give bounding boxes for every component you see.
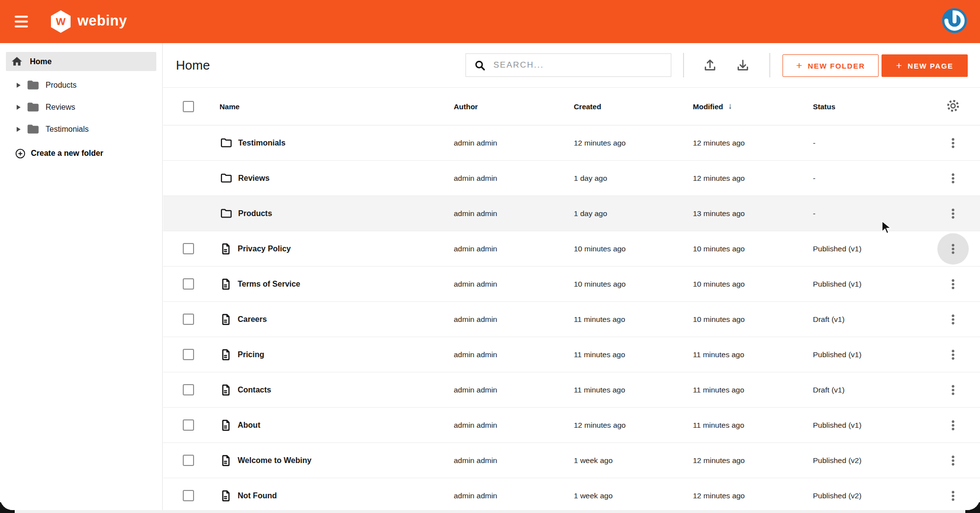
upload-icon — [702, 57, 718, 73]
new-folder-label: NEW FOLDER — [808, 62, 865, 70]
row-status: Draft (v1) — [813, 315, 939, 324]
column-header-status[interactable]: Status — [813, 102, 939, 111]
row-menu-button[interactable] — [939, 447, 967, 474]
row-status: Published (v2) — [813, 456, 939, 465]
row-author: admin admin — [454, 244, 574, 253]
row-checkbox[interactable] — [183, 384, 194, 395]
row-modified: 10 minutes ago — [693, 280, 813, 289]
row-author: admin admin — [454, 350, 574, 359]
main-content: Home — [163, 43, 980, 510]
row-menu-button[interactable] — [939, 200, 967, 227]
row-author: admin admin — [454, 280, 574, 289]
row-modified: 13 minutes ago — [693, 209, 813, 218]
row-menu-button[interactable] — [939, 306, 967, 333]
row-menu-button[interactable] — [939, 270, 967, 298]
search-icon — [473, 59, 487, 72]
table-settings-button[interactable] — [945, 98, 961, 115]
row-checkbox[interactable] — [183, 349, 194, 360]
row-author: admin admin — [454, 315, 574, 324]
select-all-checkbox[interactable] — [183, 101, 194, 112]
row-checkbox[interactable] — [183, 455, 194, 466]
page-title: Home — [176, 58, 210, 73]
table-row[interactable]: Careers admin admin 11 minutes ago 10 mi… — [163, 302, 980, 337]
column-header-author[interactable]: Author — [454, 102, 574, 111]
caret-right-icon[interactable] — [17, 105, 21, 110]
row-menu-button[interactable] — [939, 165, 967, 192]
row-modified: 10 minutes ago — [693, 315, 813, 324]
row-created: 1 day ago — [574, 209, 693, 218]
row-status: - — [813, 139, 939, 147]
table-row[interactable]: Contacts admin admin 11 minutes ago 11 m… — [163, 372, 980, 408]
page-icon — [220, 348, 232, 361]
home-icon — [11, 55, 23, 68]
caret-right-icon[interactable] — [17, 127, 21, 132]
row-checkbox[interactable] — [183, 419, 194, 431]
row-menu-button[interactable] — [939, 129, 967, 157]
menu-icon[interactable] — [11, 8, 38, 35]
table-row[interactable]: Not Found admin admin 1 week ago 12 minu… — [163, 478, 980, 510]
download-button[interactable] — [735, 57, 751, 74]
sidebar-item-testimonials[interactable]: Testimonials — [0, 118, 162, 140]
row-name-cell[interactable]: Not Found — [220, 489, 454, 502]
avatar[interactable] — [941, 7, 968, 34]
row-menu-button[interactable] — [939, 376, 967, 404]
column-header-modified[interactable]: Modified ↓ — [693, 101, 813, 111]
row-name-cell[interactable]: About — [220, 419, 454, 432]
create-folder-button[interactable]: Create a new folder — [0, 141, 162, 166]
table-body: Testimonials admin admin 12 minutes ago … — [163, 125, 980, 510]
sidebar-item-reviews[interactable]: Reviews — [0, 96, 162, 118]
row-checkbox[interactable] — [183, 243, 194, 254]
row-checkbox[interactable] — [183, 314, 194, 325]
page-icon — [220, 384, 232, 396]
row-name-cell[interactable]: Terms of Service — [220, 278, 454, 291]
row-checkbox[interactable] — [183, 278, 194, 290]
page-icon — [220, 454, 232, 467]
row-author: admin admin — [454, 491, 574, 500]
row-menu-button[interactable] — [939, 412, 967, 439]
row-checkbox[interactable] — [183, 490, 194, 501]
row-name: Careers — [238, 315, 267, 324]
row-name-cell[interactable]: Contacts — [220, 384, 454, 396]
table-row[interactable]: Terms of Service admin admin 10 minutes … — [163, 267, 980, 302]
table-row[interactable]: Reviews admin admin 1 day ago 12 minutes… — [163, 161, 980, 196]
row-name-cell[interactable]: Welcome to Webiny — [220, 454, 454, 467]
search-box — [466, 53, 671, 77]
sidebar-item-label: Testimonials — [46, 125, 89, 134]
column-header-modified-label: Modified — [693, 102, 723, 111]
row-created: 1 week ago — [574, 491, 693, 500]
page-icon — [220, 419, 232, 432]
column-header-created[interactable]: Created — [574, 102, 693, 111]
table-row[interactable]: Welcome to Webiny admin admin 1 week ago… — [163, 443, 980, 478]
table-row[interactable]: About admin admin 12 minutes ago 11 minu… — [163, 408, 980, 443]
row-name-cell[interactable]: Products — [220, 207, 454, 220]
row-modified: 11 minutes ago — [693, 386, 813, 394]
row-name-cell[interactable]: Testimonials — [220, 136, 454, 149]
sidebar-item-products[interactable]: Products — [0, 74, 162, 96]
folder-icon — [26, 78, 40, 92]
row-menu-button[interactable] — [939, 341, 967, 368]
row-menu-button[interactable] — [939, 482, 967, 510]
row-author: admin admin — [454, 139, 574, 147]
row-name-cell[interactable]: Privacy Policy — [220, 243, 454, 255]
upload-button[interactable] — [702, 57, 718, 74]
sidebar-item-home[interactable]: Home — [6, 52, 156, 71]
table-row[interactable]: Pricing admin admin 11 minutes ago 11 mi… — [163, 337, 980, 372]
row-status: Published (v1) — [813, 421, 939, 430]
search-input[interactable] — [487, 54, 671, 76]
folder-icon — [220, 171, 233, 185]
table-row[interactable]: Testimonials admin admin 12 minutes ago … — [163, 125, 980, 161]
column-header-name[interactable]: Name — [220, 102, 454, 111]
row-name-cell[interactable]: Reviews — [220, 171, 454, 185]
row-created: 10 minutes ago — [574, 280, 693, 289]
new-page-button[interactable]: + NEW PAGE — [882, 54, 968, 77]
row-name-cell[interactable]: Careers — [220, 313, 454, 326]
new-page-label: NEW PAGE — [907, 62, 953, 70]
gear-icon — [946, 98, 960, 113]
row-modified: 12 minutes ago — [693, 456, 813, 465]
caret-right-icon[interactable] — [17, 83, 21, 88]
table-row[interactable]: Products admin admin 1 day ago 13 minute… — [163, 196, 980, 231]
row-menu-button[interactable] — [937, 233, 969, 265]
new-folder-button[interactable]: + NEW FOLDER — [783, 54, 879, 77]
row-name-cell[interactable]: Pricing — [220, 348, 454, 361]
table-row[interactable]: Privacy Policy admin admin 10 minutes ag… — [163, 231, 980, 267]
